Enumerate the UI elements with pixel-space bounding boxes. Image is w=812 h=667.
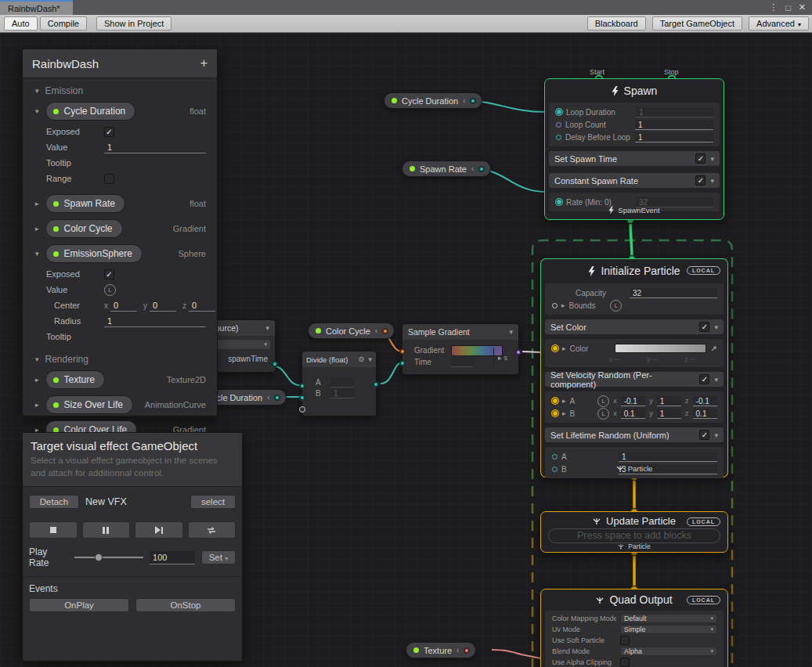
chevron-right-icon[interactable]: ▸ bbox=[35, 225, 39, 233]
center-x-field[interactable]: 0 bbox=[110, 300, 137, 312]
blackboard-panel[interactable]: RainbwDash + ▾ Emission ▾ Cycle Duration… bbox=[22, 49, 218, 416]
add-blocks-placeholder[interactable]: Press space to add blocks bbox=[548, 528, 720, 543]
bb-item-emission-sphere[interactable]: ▾ EmissionSphere Sphere bbox=[23, 241, 217, 266]
pause-button[interactable] bbox=[82, 521, 131, 539]
lifetime-a-port[interactable] bbox=[552, 454, 558, 460]
link-icon[interactable]: L bbox=[597, 408, 609, 420]
edge-spawn-to-initialize[interactable] bbox=[630, 220, 632, 259]
chevron-down-icon[interactable]: ▾ bbox=[710, 155, 714, 163]
stop-button[interactable] bbox=[29, 521, 78, 539]
delay-before-loop-field[interactable]: 1 bbox=[635, 132, 713, 142]
update-particle-node[interactable]: Update Particle LOCAL Press space to add… bbox=[540, 511, 728, 553]
edge-divide-to-sample-gradient-time[interactable] bbox=[381, 362, 402, 384]
expander-icon[interactable]: ▸ bbox=[561, 301, 565, 309]
velocity-b-x-field[interactable]: 0.1 bbox=[621, 409, 645, 419]
show-in-project-button[interactable]: Show in Project bbox=[96, 16, 171, 31]
capacity-field[interactable]: 32 bbox=[630, 288, 717, 298]
compile-button[interactable]: Compile bbox=[40, 16, 87, 31]
select-button[interactable]: select bbox=[190, 495, 236, 509]
play-rate-field[interactable]: 100 bbox=[150, 551, 195, 564]
divide-add-operand-port[interactable] bbox=[299, 406, 305, 413]
close-icon[interactable]: ✕ bbox=[799, 2, 806, 13]
velocity-a-port[interactable] bbox=[552, 398, 558, 404]
chevron-down-icon[interactable]: ▾ bbox=[35, 355, 39, 363]
chevron-down-icon[interactable]: ▾ bbox=[35, 250, 39, 258]
range-checkbox[interactable] bbox=[104, 174, 114, 184]
parameter-pill[interactable]: Spawn Rate bbox=[45, 194, 125, 213]
sample-gradient-node[interactable]: Sample Gradient ▾ Gradient Time ▸ s bbox=[402, 323, 519, 375]
parameter-pill[interactable]: EmissionSphere bbox=[45, 244, 143, 263]
loop-count-port[interactable] bbox=[556, 122, 561, 128]
set-velocity-random-block[interactable]: Set Velocity Random (Per-component) ✓ ▾ bbox=[545, 372, 724, 387]
spawntime-output-port[interactable] bbox=[272, 361, 278, 367]
add-parameter-button[interactable]: + bbox=[200, 56, 208, 70]
loop-count-field[interactable]: 1 bbox=[635, 120, 713, 130]
parameter-pill[interactable]: Texture bbox=[45, 370, 105, 389]
auto-button[interactable]: Auto bbox=[4, 16, 38, 31]
collapse-icon[interactable]: ‹ bbox=[375, 326, 377, 335]
sample-gradient-time-port[interactable] bbox=[399, 360, 406, 366]
color-port[interactable] bbox=[552, 345, 558, 352]
parameter-pill[interactable]: Color Cycle bbox=[45, 219, 123, 238]
center-z-field[interactable]: 0 bbox=[189, 300, 215, 312]
expander-icon[interactable]: ▸ bbox=[562, 344, 566, 352]
blackboard-toggle-button[interactable]: Blackboard bbox=[587, 16, 646, 31]
linked-space-icon[interactable]: L bbox=[610, 300, 622, 312]
chevron-down-icon[interactable]: ▾ bbox=[368, 355, 372, 363]
chevron-right-icon[interactable]: ▸ bbox=[35, 401, 39, 409]
collapse-icon[interactable]: ‹ bbox=[267, 393, 269, 402]
collapse-icon[interactable]: ‹ bbox=[457, 646, 459, 654]
chevron-down-icon[interactable]: ▾ bbox=[35, 107, 39, 115]
chevron-down-icon[interactable]: ▾ bbox=[714, 431, 718, 439]
divide-output-port[interactable] bbox=[373, 381, 379, 388]
linked-space-icon[interactable]: L bbox=[104, 284, 116, 296]
restart-button[interactable] bbox=[188, 521, 236, 539]
advanced-dropdown-button[interactable]: Advanced▾ bbox=[749, 16, 809, 31]
chevron-down-icon[interactable]: ▾ bbox=[710, 177, 714, 185]
expand-arrow-icon[interactable] bbox=[710, 345, 717, 352]
divide-b-field[interactable]: 1 bbox=[330, 388, 354, 398]
chevron-right-icon[interactable]: ▸ bbox=[35, 200, 39, 207]
sample-gradient-gradient-port[interactable] bbox=[399, 348, 406, 355]
param-texture-node[interactable]: Texture ‹ bbox=[406, 642, 476, 658]
uv-mode-dropdown[interactable]: Simple▾ bbox=[620, 625, 717, 634]
divide-a-field[interactable] bbox=[330, 377, 354, 388]
parameter-pill[interactable]: Cycle Duration bbox=[45, 102, 136, 121]
velocity-b-port[interactable] bbox=[552, 410, 558, 416]
delay-before-loop-port[interactable] bbox=[556, 135, 561, 140]
spawn-node[interactable]: Spawn Loop Duration 1 Loop Count 1 Delay… bbox=[544, 78, 724, 220]
divide-a-port[interactable] bbox=[299, 383, 305, 389]
chevron-down-icon[interactable]: ▾ bbox=[714, 376, 718, 384]
divide-node[interactable]: Divide (float) ⚙ ▾ A B 1 bbox=[301, 351, 377, 416]
collapse-icon[interactable]: ‹ bbox=[471, 164, 474, 173]
bb-item-texture[interactable]: ▸ Texture Texture2D bbox=[23, 367, 217, 392]
initialize-particle-node[interactable]: Initialize Particle LOCAL Capacity 32 ▸ … bbox=[540, 258, 728, 478]
onplay-button[interactable]: OnPlay bbox=[29, 598, 129, 612]
lifetime-a-field[interactable]: 1 bbox=[619, 452, 717, 462]
category-emission[interactable]: ▾ Emission bbox=[23, 78, 217, 99]
chevron-down-icon[interactable]: ▾ bbox=[35, 87, 39, 95]
parameter-pill[interactable]: Size Over Life bbox=[45, 395, 133, 414]
set-rate-button[interactable]: Set ▾ bbox=[201, 550, 236, 564]
exposed-checkbox[interactable]: ✓ bbox=[104, 127, 114, 137]
chevron-down-icon[interactable]: ▾ bbox=[265, 324, 269, 332]
param-output-port[interactable] bbox=[470, 98, 476, 104]
set-color-block[interactable]: Set Color ✓ ▾ bbox=[545, 319, 724, 334]
gear-icon[interactable]: ⚙ bbox=[358, 355, 364, 363]
constant-spawn-rate-block[interactable]: Constant Spawn Rate ✓ ▾ bbox=[549, 173, 720, 188]
onstop-button[interactable]: OnStop bbox=[135, 598, 236, 612]
param-spawn-rate-node[interactable]: Spawn Rate ‹ bbox=[402, 160, 491, 177]
param-output-port[interactable] bbox=[274, 395, 280, 401]
set-velocity-checkbox[interactable]: ✓ bbox=[699, 374, 709, 384]
expander-icon[interactable]: ▸ bbox=[498, 354, 502, 362]
set-lifetime-random-block[interactable]: Set Lifetime Random (Uniform) ✓ ▾ bbox=[545, 427, 724, 442]
color-gradient-field[interactable] bbox=[615, 344, 706, 353]
maximize-icon[interactable]: □ bbox=[785, 3, 791, 13]
param-color-cycle-node[interactable]: Color Cycle ‹ bbox=[308, 323, 395, 339]
radius-field[interactable]: 1 bbox=[104, 315, 206, 327]
rate-port[interactable] bbox=[556, 199, 562, 205]
param-output-port[interactable] bbox=[464, 647, 470, 654]
exposed-checkbox[interactable]: ✓ bbox=[104, 269, 114, 279]
set-spawn-time-checkbox[interactable]: ✓ bbox=[695, 153, 706, 164]
loop-duration-field[interactable]: 1 bbox=[636, 107, 713, 117]
